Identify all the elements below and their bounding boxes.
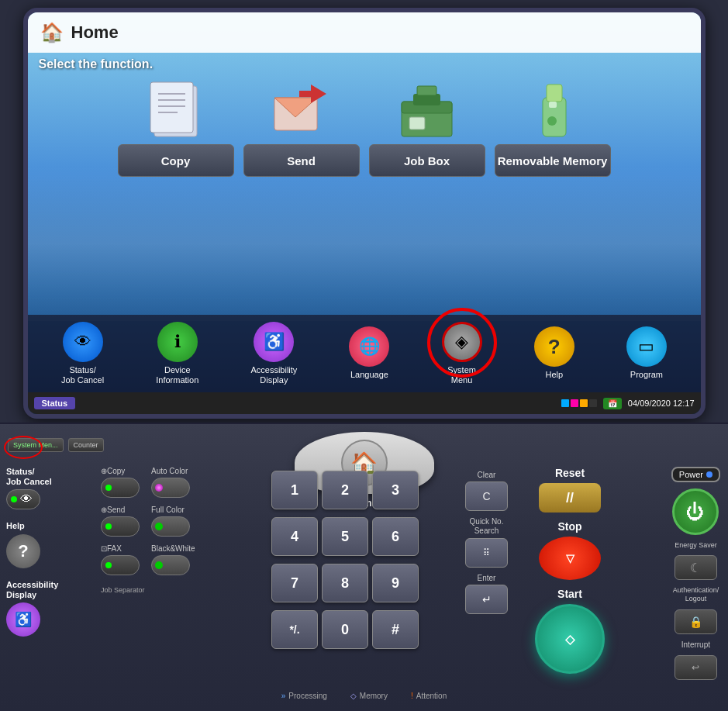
panel-status-button[interactable]: 👁 <box>6 489 40 509</box>
processing-arrow-icon: » <box>281 692 286 700</box>
toolbar-device[interactable]: ℹ DeviceInformation <box>156 322 198 385</box>
removable-button[interactable]: Removable Memory <box>495 144 611 177</box>
send-panel-button[interactable] <box>101 516 140 537</box>
dot-magenta <box>571 399 578 407</box>
quick-item: Quick No.Search ⠿ <box>465 517 508 568</box>
enter-item: Enter ↵ <box>465 574 508 614</box>
copy-function-item[interactable]: Copy <box>118 74 234 177</box>
key-0[interactable]: 0 <box>322 610 368 649</box>
interrupt-label: Interrupt <box>681 640 710 649</box>
key-5[interactable]: 5 <box>322 517 368 556</box>
auth-button[interactable]: 🔒 <box>675 609 717 634</box>
bw-label: Black&White <box>151 544 195 553</box>
dot-black <box>589 399 597 407</box>
panel-help-button[interactable]: ? <box>6 534 40 568</box>
send-function-item[interactable]: Send <box>243 74 360 177</box>
copy-button[interactable]: Copy <box>118 144 234 177</box>
reset-group: Reset // <box>539 467 601 513</box>
panel-status-item: Status/Job Cancel 👁 <box>6 467 58 509</box>
key-4[interactable]: 4 <box>271 517 318 556</box>
panel-accessibility-label: AccessibilityDisplay <box>6 580 58 600</box>
processing-label: Processing <box>288 692 326 700</box>
language-circle[interactable]: 🌐 <box>349 326 389 367</box>
stop-group: Stop ▽ <box>539 520 601 580</box>
left-panel-buttons: Status/Job Cancel 👁 Help ? Accessibility… <box>6 467 58 637</box>
memory-status: ◇ Memory <box>350 692 388 700</box>
bw-button[interactable] <box>151 555 190 575</box>
status-label: Status/Job Cancel <box>61 365 104 385</box>
clear-item: Clear C <box>465 471 508 511</box>
full-color-item: Full Color <box>151 506 190 537</box>
counter-button[interactable]: Counter <box>68 438 104 452</box>
status-right: 📅 04/09/2020 12:17 <box>561 398 695 409</box>
help-circle[interactable]: ? <box>534 326 574 367</box>
screen: 🏠 Home Select the function. <box>28 12 701 414</box>
panel-accessibility-item: AccessibilityDisplay ♿ <box>6 580 58 637</box>
copy-panel-item: ⊕Copy <box>101 467 140 498</box>
numpad: 1 2 3 4 5 6 7 8 9 */. 0 # <box>271 471 419 653</box>
send-panel-item: ⊕Send <box>101 506 140 537</box>
interrupt-button[interactable]: ↩ <box>675 655 717 680</box>
key-7[interactable]: 7 <box>271 564 318 602</box>
toolbar-language[interactable]: 🌐 Language <box>349 326 389 380</box>
toolbar-status[interactable]: 👁 Status/Job Cancel <box>61 322 104 385</box>
start-button[interactable]: ◇ <box>535 604 605 674</box>
clear-button[interactable]: C <box>465 481 508 511</box>
key-hash[interactable]: # <box>372 610 419 649</box>
stop-button[interactable]: ▽ <box>539 537 601 580</box>
toolbar-help[interactable]: ? Help <box>534 326 574 380</box>
key-3[interactable]: 3 <box>372 471 419 509</box>
energy-label: Energy Saver <box>675 541 717 549</box>
attention-label: Attention <box>416 692 447 700</box>
toolbar-program[interactable]: ▭ Program <box>626 326 667 380</box>
system-menu-circle[interactable]: ◈ <box>442 322 482 362</box>
stop-label: Stop <box>557 520 581 533</box>
action-buttons: Reset // Stop ▽ Start ◇ <box>535 467 605 674</box>
key-9[interactable]: 9 <box>372 564 419 602</box>
enter-button[interactable]: ↵ <box>465 585 508 614</box>
key-1[interactable]: 1 <box>271 471 318 509</box>
accessibility-label: AccessibilityDisplay <box>250 365 297 385</box>
send-button[interactable]: Send <box>243 144 360 177</box>
auto-color-label: Auto Color <box>151 467 188 475</box>
panel-status-bar: » Processing ◇ Memory ! Attention <box>8 686 720 705</box>
power-badge: Power <box>671 467 720 482</box>
quick-button[interactable]: ⠿ <box>465 538 508 568</box>
key-6[interactable]: 6 <box>372 517 419 556</box>
status-badge: Status <box>34 397 76 409</box>
full-color-button[interactable] <box>151 516 190 537</box>
toolbar-system-menu[interactable]: ◈ SystemMenu <box>442 322 482 385</box>
jobbox-button[interactable]: Job Box <box>369 144 485 177</box>
removable-function-item[interactable]: Removable Memory <box>495 74 611 177</box>
fax-panel-item: ⊡FAX <box>101 544 140 575</box>
jobbox-icon-area <box>369 74 485 144</box>
power-label: Power <box>679 470 703 479</box>
program-circle[interactable]: ▭ <box>626 326 667 367</box>
toolbar-accessibility[interactable]: ♿ AccessibilityDisplay <box>250 322 297 385</box>
removable-icon <box>527 78 578 140</box>
auto-color-item: Auto Color <box>151 467 190 498</box>
fax-row: ⊡FAX Black&White <box>101 544 195 575</box>
physical-panel: 🏠 System Men... Counter Home Status/Job … <box>0 424 728 711</box>
send-row: ⊕Send Full Color <box>101 506 195 537</box>
status-btn-icon: 👁 <box>20 492 33 506</box>
auto-color-button[interactable] <box>151 478 190 498</box>
counter-label: Counter <box>74 441 98 449</box>
attention-status: ! Attention <box>411 692 447 700</box>
device-circle[interactable]: ℹ <box>157 322 198 362</box>
system-menu-panel-button[interactable]: System Men... <box>8 438 64 452</box>
accessibility-circle[interactable]: ♿ <box>254 322 294 362</box>
jobbox-function-item[interactable]: Job Box <box>369 74 485 177</box>
attention-icon: ! <box>411 692 413 700</box>
key-2[interactable]: 2 <box>322 471 368 509</box>
copy-panel-button[interactable] <box>101 478 140 498</box>
reset-button[interactable]: // <box>539 483 601 513</box>
power-button[interactable]: ⏻ <box>672 488 719 535</box>
panel-accessibility-button[interactable]: ♿ <box>6 602 40 637</box>
start-group: Start ◇ <box>535 588 605 674</box>
energy-button[interactable]: ☾ <box>675 555 717 580</box>
status-circle[interactable]: 👁 <box>63 322 103 362</box>
key-star[interactable]: */. <box>271 610 318 649</box>
fax-panel-button[interactable] <box>101 555 140 575</box>
key-8[interactable]: 8 <box>322 564 368 602</box>
